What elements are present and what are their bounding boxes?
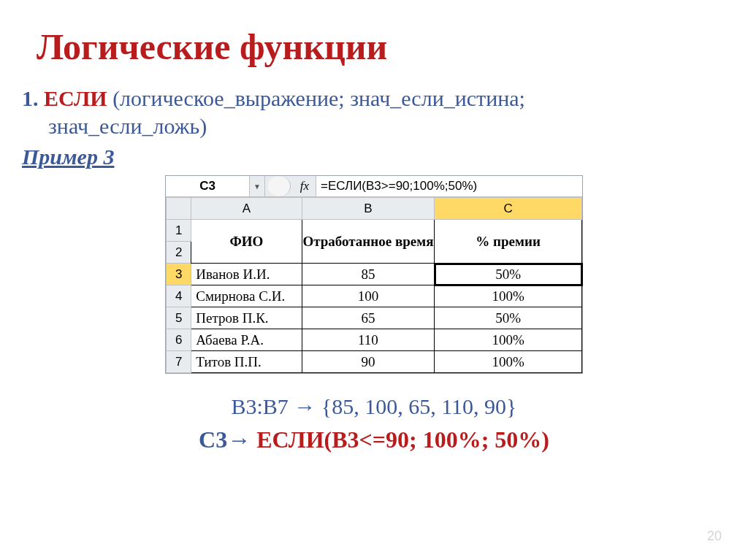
cell-c5[interactable]: 50% bbox=[435, 307, 582, 329]
row-header-4[interactable]: 4 bbox=[167, 285, 191, 307]
spreadsheet-grid: A B C 1 ФИО Отработанное время % премии … bbox=[166, 197, 582, 373]
header-cell-fio[interactable]: ФИО bbox=[191, 220, 302, 264]
formula-input[interactable]: =ЕСЛИ(B3>=90;100%;50%) bbox=[316, 176, 582, 196]
row-header-3[interactable]: 3 bbox=[167, 264, 191, 285]
function-definition-line1: 1. ЕСЛИ (логическое_выражение; знач_если… bbox=[22, 86, 726, 111]
page-number: 20 bbox=[707, 529, 722, 544]
formula-text: ЕСЛИ(B3<=90; 100%; 50%) bbox=[256, 426, 549, 453]
cell-c7[interactable]: 100% bbox=[435, 351, 582, 373]
cell-a4[interactable]: Смирнова С.И. bbox=[191, 285, 302, 307]
formula-bar: C3 ▼ fx =ЕСЛИ(B3>=90;100%;50%) bbox=[166, 176, 582, 197]
row-header-7[interactable]: 7 bbox=[167, 351, 191, 373]
cell-b3[interactable]: 85 bbox=[302, 264, 435, 285]
cancel-formula-icon[interactable] bbox=[268, 176, 291, 196]
header-cell-bonus[interactable]: % премии bbox=[435, 220, 582, 264]
arrow-icon: → bbox=[227, 426, 256, 453]
cell-c3[interactable]: 50% bbox=[435, 264, 582, 285]
header-cell-time[interactable]: Отработанное время bbox=[302, 220, 435, 264]
name-box[interactable]: C3 bbox=[166, 176, 250, 196]
col-header-c[interactable]: C bbox=[435, 198, 582, 220]
function-name: ЕСЛИ bbox=[44, 86, 107, 110]
cell-a3[interactable]: Иванов И.И. bbox=[191, 264, 302, 285]
col-header-a[interactable]: A bbox=[191, 198, 302, 220]
cell-a6[interactable]: Абаева Р.А. bbox=[191, 329, 302, 351]
fx-icon[interactable]: fx bbox=[294, 176, 316, 196]
row-header-2[interactable]: 2 bbox=[167, 242, 191, 264]
cell-b7[interactable]: 90 bbox=[302, 351, 435, 373]
cell-c4[interactable]: 100% bbox=[435, 285, 582, 307]
function-signature-1: (логическое_выражение; знач_если_истина; bbox=[107, 86, 525, 110]
row-header-6[interactable]: 6 bbox=[167, 329, 191, 351]
select-all-corner[interactable] bbox=[167, 198, 191, 220]
name-box-dropdown-icon[interactable]: ▼ bbox=[250, 176, 265, 196]
cell-a5[interactable]: Петров П.К. bbox=[191, 307, 302, 329]
formula-summary: C3→ ЕСЛИ(B3<=90; 100%; 50%) bbox=[22, 426, 726, 453]
col-header-b[interactable]: B bbox=[302, 198, 435, 220]
cell-b4[interactable]: 100 bbox=[302, 285, 435, 307]
cell-b5[interactable]: 65 bbox=[302, 307, 435, 329]
example-label: Пример 3 bbox=[22, 145, 726, 169]
excel-screenshot: C3 ▼ fx =ЕСЛИ(B3>=90;100%;50%) A B C 1 Ф… bbox=[165, 175, 583, 374]
range-values-text: B3:B7 → {85, 100, 65, 110, 90} bbox=[22, 394, 726, 419]
cell-b6[interactable]: 110 bbox=[302, 329, 435, 351]
cell-ref: C3 bbox=[199, 426, 227, 453]
cell-a7[interactable]: Титов П.П. bbox=[191, 351, 302, 373]
function-definition-line2: знач_если_ложь) bbox=[22, 114, 726, 139]
row-header-5[interactable]: 5 bbox=[167, 307, 191, 329]
row-header-1[interactable]: 1 bbox=[167, 220, 191, 242]
list-number: 1. bbox=[22, 86, 39, 110]
cell-c6[interactable]: 100% bbox=[435, 329, 582, 351]
page-title: Логические функции bbox=[37, 26, 726, 68]
